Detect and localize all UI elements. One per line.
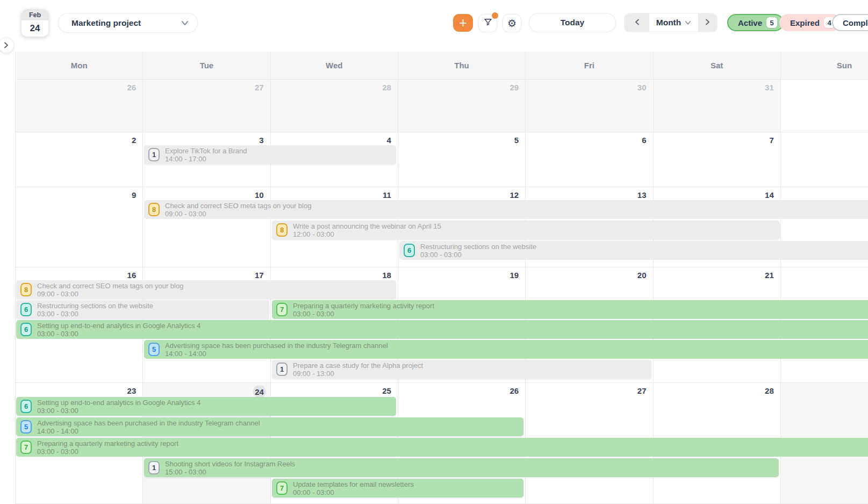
- event-title: Explore TikTok for a Brand: [165, 147, 247, 155]
- event-count-badge: 8: [20, 283, 32, 296]
- gear-icon: ⚙: [507, 17, 517, 29]
- event-bar[interactable]: 1Prepare a case study for the Alpha proj…: [272, 360, 651, 379]
- date-number: 19: [510, 271, 519, 280]
- event-count-badge: 7: [276, 481, 288, 495]
- event-title: Shooting short videos for Instagram Reel…: [165, 460, 295, 468]
- event-count-badge: 1: [148, 148, 160, 161]
- day-header-wed: Wed: [270, 52, 398, 79]
- event-bar[interactable]: 6Restructuring sections on the website03…: [16, 300, 269, 319]
- date-number: 14: [765, 190, 774, 200]
- event-bar[interactable]: 1Explore TikTok for a Brand14:00 - 17:00: [144, 145, 396, 164]
- day-cell[interactable]: 9: [15, 187, 142, 267]
- event-bar[interactable]: 5Advertising space has been purchased in…: [144, 340, 868, 359]
- date-widget: Feb 24: [21, 9, 48, 37]
- event-count-badge: 8: [148, 203, 160, 216]
- plus-icon: +: [459, 16, 467, 30]
- event-time: 09:00 - 03:00: [165, 210, 311, 218]
- event-bar[interactable]: 8Check and correct SEO meta tags on your…: [144, 200, 868, 219]
- filter-button[interactable]: [478, 14, 497, 32]
- today-date-number: 24: [253, 385, 266, 398]
- week-row-3: 910111213148Check and correct SEO meta t…: [15, 187, 868, 267]
- chevron-right-icon: [4, 41, 9, 51]
- date-number: 16: [127, 271, 137, 280]
- settings-button[interactable]: ⚙: [503, 14, 521, 32]
- filter-completed-tasks[interactable]: Compl: [832, 14, 868, 31]
- week-row-2: 2345671Explore TikTok for a Brand14:00 -…: [15, 132, 868, 187]
- day-cell[interactable]: 27: [142, 80, 270, 132]
- event-title: Preparing a quarterly marketing activity…: [293, 302, 434, 310]
- next-period-button[interactable]: [698, 13, 717, 32]
- event-time: 14:00 - 14:00: [165, 350, 388, 358]
- day-cell[interactable]: 6: [525, 132, 652, 187]
- event-bar[interactable]: 7Preparing a quarterly marketing activit…: [272, 300, 868, 319]
- date-number: 30: [637, 83, 647, 92]
- date-number: 13: [637, 190, 647, 200]
- event-count-badge: 6: [20, 323, 32, 336]
- date-number: 3: [259, 136, 263, 145]
- event-text: Restructuring sections on the website03:…: [420, 243, 536, 259]
- event-bar[interactable]: 8Write a post announcing the webinar on …: [272, 221, 780, 239]
- event-bar[interactable]: 6Setting up end-to-end analytics in Goog…: [16, 320, 868, 339]
- event-text: Explore TikTok for a Brand14:00 - 17:00: [165, 147, 247, 163]
- month-grid: MonTueWedThuFriSatSun 262728293031234567…: [15, 52, 868, 504]
- date-number: 27: [255, 83, 264, 92]
- event-count-badge: 5: [148, 343, 160, 356]
- event-time: 03:00 - 03:00: [37, 448, 178, 456]
- active-count: 5: [766, 17, 777, 28]
- event-text: Write a post announcing the webinar on A…: [293, 222, 441, 238]
- sidebar-expand-button[interactable]: [0, 38, 13, 53]
- add-task-button[interactable]: +: [453, 14, 473, 32]
- project-select[interactable]: Marketing project: [58, 13, 198, 33]
- event-text: Check and correct SEO meta tags on your …: [37, 282, 183, 298]
- date-number: 29: [510, 83, 519, 92]
- date-number: 4: [387, 136, 391, 145]
- day-cell[interactable]: [780, 80, 868, 132]
- date-number: 21: [765, 271, 774, 280]
- day-cell[interactable]: 31: [653, 80, 780, 132]
- event-bar[interactable]: 6Restructuring sections on the website03…: [399, 241, 868, 260]
- filter-active-dot: [492, 12, 498, 19]
- event-time: 03:00 - 03:00: [37, 407, 200, 415]
- event-bar[interactable]: 6Setting up end-to-end analytics in Goog…: [16, 397, 396, 416]
- event-title: Write a post announcing the webinar on A…: [293, 222, 441, 230]
- day-cell[interactable]: 30: [525, 80, 652, 132]
- day-header-row: MonTueWedThuFriSatSun: [15, 52, 868, 80]
- event-count-badge: 6: [20, 400, 32, 413]
- filter-active-tasks[interactable]: Active 5: [727, 14, 784, 31]
- chevron-left-icon: [635, 18, 640, 27]
- view-mode-select[interactable]: Month: [649, 13, 698, 32]
- date-number: 31: [765, 83, 774, 92]
- event-title: Advertising space has been purchased in …: [165, 342, 388, 350]
- day-cell[interactable]: 26: [15, 80, 142, 132]
- event-count-badge: 6: [404, 244, 415, 257]
- event-count-badge: 1: [276, 363, 288, 376]
- event-bar[interactable]: 8Check and correct SEO meta tags on your…: [16, 280, 396, 299]
- date-number: 27: [637, 386, 647, 395]
- event-time: 09:00 - 13:00: [293, 370, 423, 378]
- event-title: Check and correct SEO meta tags on your …: [165, 202, 311, 210]
- event-bar[interactable]: 5Advertising space has been purchased in…: [16, 417, 523, 436]
- event-bar[interactable]: 7Update templates for email newsletters0…: [272, 479, 523, 498]
- event-time: 14:00 - 14:00: [37, 427, 260, 435]
- date-widget-day: 24: [21, 20, 48, 37]
- date-number: 23: [127, 386, 137, 395]
- event-title: Advertising space has been purchased in …: [37, 419, 260, 427]
- day-cell[interactable]: 7: [653, 132, 780, 187]
- project-select-value: Marketing project: [71, 18, 141, 28]
- filter-icon: [483, 17, 493, 29]
- event-bar[interactable]: 7Preparing a quarterly marketing activit…: [16, 438, 868, 457]
- date-number: 20: [637, 271, 647, 280]
- day-cell[interactable]: [780, 132, 868, 187]
- day-cell[interactable]: 28: [270, 80, 398, 132]
- day-cell[interactable]: 2: [15, 132, 142, 187]
- day-cell[interactable]: 5: [398, 132, 525, 187]
- event-bar[interactable]: 1Shooting short videos for Instagram Ree…: [144, 458, 779, 477]
- event-count-badge: 8: [276, 223, 288, 237]
- event-count-badge: 7: [276, 303, 288, 316]
- prev-period-button[interactable]: [625, 13, 649, 32]
- today-button[interactable]: Today: [529, 13, 616, 32]
- event-text: Check and correct SEO meta tags on your …: [165, 202, 311, 218]
- date-number: 7: [769, 136, 773, 145]
- day-cell[interactable]: 29: [398, 80, 525, 132]
- day-cell[interactable]: 10: [142, 187, 270, 267]
